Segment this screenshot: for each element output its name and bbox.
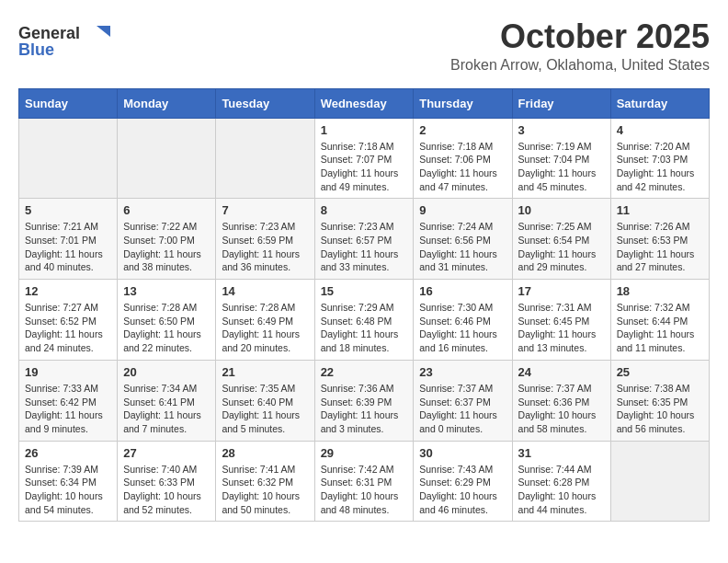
day-info: Sunrise: 7:19 AMSunset: 7:04 PMDaylight:… xyxy=(518,140,605,194)
day-info: Sunrise: 7:40 AMSunset: 6:33 PMDaylight:… xyxy=(123,463,210,517)
logo-general: General Blue xyxy=(18,18,119,63)
svg-text:General: General xyxy=(18,24,80,42)
table-row: 28Sunrise: 7:41 AMSunset: 6:32 PMDayligh… xyxy=(216,441,314,522)
svg-text:Blue: Blue xyxy=(18,40,54,59)
day-info: Sunrise: 7:32 AMSunset: 6:44 PMDaylight:… xyxy=(617,301,703,355)
calendar-week-2: 5Sunrise: 7:21 AMSunset: 7:01 PMDaylight… xyxy=(19,199,710,280)
day-info: Sunrise: 7:42 AMSunset: 6:31 PMDaylight:… xyxy=(321,463,408,517)
day-number: 13 xyxy=(123,284,210,298)
day-info: Sunrise: 7:24 AMSunset: 6:56 PMDaylight:… xyxy=(419,220,506,274)
day-info: Sunrise: 7:23 AMSunset: 6:59 PMDaylight:… xyxy=(222,220,308,274)
day-info: Sunrise: 7:37 AMSunset: 6:37 PMDaylight:… xyxy=(419,382,506,436)
table-row: 20Sunrise: 7:34 AMSunset: 6:41 PMDayligh… xyxy=(118,360,216,441)
day-number: 4 xyxy=(617,123,703,137)
calendar-header-row: Sunday Monday Tuesday Wednesday Thursday… xyxy=(19,88,710,118)
day-number: 28 xyxy=(222,446,308,460)
table-row: 12Sunrise: 7:27 AMSunset: 6:52 PMDayligh… xyxy=(19,280,118,361)
table-row: 7Sunrise: 7:23 AMSunset: 6:59 PMDaylight… xyxy=(216,199,314,280)
day-info: Sunrise: 7:38 AMSunset: 6:35 PMDaylight:… xyxy=(617,382,703,436)
table-row: 27Sunrise: 7:40 AMSunset: 6:33 PMDayligh… xyxy=(118,441,216,522)
day-info: Sunrise: 7:33 AMSunset: 6:42 PMDaylight:… xyxy=(25,382,111,436)
day-number: 27 xyxy=(123,446,210,460)
col-sunday: Sunday xyxy=(19,88,118,118)
table-row: 3Sunrise: 7:19 AMSunset: 7:04 PMDaylight… xyxy=(512,118,610,199)
table-row: 5Sunrise: 7:21 AMSunset: 7:01 PMDaylight… xyxy=(19,199,118,280)
day-info: Sunrise: 7:34 AMSunset: 6:41 PMDaylight:… xyxy=(123,382,210,436)
calendar-week-4: 19Sunrise: 7:33 AMSunset: 6:42 PMDayligh… xyxy=(19,360,710,441)
day-number: 7 xyxy=(222,203,308,217)
day-number: 10 xyxy=(518,203,605,217)
day-info: Sunrise: 7:35 AMSunset: 6:40 PMDaylight:… xyxy=(222,382,308,436)
table-row: 21Sunrise: 7:35 AMSunset: 6:40 PMDayligh… xyxy=(216,360,314,441)
day-info: Sunrise: 7:23 AMSunset: 6:57 PMDaylight:… xyxy=(321,220,408,274)
col-wednesday: Wednesday xyxy=(314,88,414,118)
day-number: 11 xyxy=(617,203,703,217)
day-info: Sunrise: 7:25 AMSunset: 6:54 PMDaylight:… xyxy=(518,220,605,274)
location: Broken Arrow, Oklahoma, United States xyxy=(450,57,710,74)
table-row: 6Sunrise: 7:22 AMSunset: 7:00 PMDaylight… xyxy=(118,199,216,280)
calendar-week-5: 26Sunrise: 7:39 AMSunset: 6:34 PMDayligh… xyxy=(19,441,710,522)
table-row: 18Sunrise: 7:32 AMSunset: 6:44 PMDayligh… xyxy=(610,280,709,361)
table-row: 14Sunrise: 7:28 AMSunset: 6:49 PMDayligh… xyxy=(216,280,314,361)
table-row: 29Sunrise: 7:42 AMSunset: 6:31 PMDayligh… xyxy=(314,441,414,522)
table-row: 23Sunrise: 7:37 AMSunset: 6:37 PMDayligh… xyxy=(414,360,512,441)
table-row: 30Sunrise: 7:43 AMSunset: 6:29 PMDayligh… xyxy=(414,441,512,522)
table-row: 31Sunrise: 7:44 AMSunset: 6:28 PMDayligh… xyxy=(512,441,610,522)
col-saturday: Saturday xyxy=(610,88,709,118)
day-number: 1 xyxy=(321,123,408,137)
calendar-week-1: 1Sunrise: 7:18 AMSunset: 7:07 PMDaylight… xyxy=(19,118,710,199)
table-row: 2Sunrise: 7:18 AMSunset: 7:06 PMDaylight… xyxy=(414,118,512,199)
table-row: 11Sunrise: 7:26 AMSunset: 6:53 PMDayligh… xyxy=(610,199,709,280)
day-info: Sunrise: 7:31 AMSunset: 6:45 PMDaylight:… xyxy=(518,301,605,355)
day-info: Sunrise: 7:30 AMSunset: 6:46 PMDaylight:… xyxy=(419,301,506,355)
page-header: General Blue October 2025 Broken Arrow, … xyxy=(18,18,710,74)
table-row xyxy=(118,118,216,199)
day-info: Sunrise: 7:39 AMSunset: 6:34 PMDaylight:… xyxy=(25,463,111,517)
calendar-table: Sunday Monday Tuesday Wednesday Thursday… xyxy=(18,88,710,523)
day-number: 30 xyxy=(419,446,506,460)
day-number: 21 xyxy=(222,365,308,379)
table-row: 8Sunrise: 7:23 AMSunset: 6:57 PMDaylight… xyxy=(314,199,414,280)
day-info: Sunrise: 7:27 AMSunset: 6:52 PMDaylight:… xyxy=(25,301,111,355)
day-number: 22 xyxy=(321,365,408,379)
col-thursday: Thursday xyxy=(414,88,512,118)
day-number: 26 xyxy=(25,446,111,460)
table-row xyxy=(19,118,118,199)
table-row: 13Sunrise: 7:28 AMSunset: 6:50 PMDayligh… xyxy=(118,280,216,361)
day-number: 19 xyxy=(25,365,111,379)
table-row: 17Sunrise: 7:31 AMSunset: 6:45 PMDayligh… xyxy=(512,280,610,361)
day-info: Sunrise: 7:18 AMSunset: 7:07 PMDaylight:… xyxy=(321,140,408,194)
svg-marker-1 xyxy=(97,26,110,37)
day-number: 2 xyxy=(419,123,506,137)
day-info: Sunrise: 7:37 AMSunset: 6:36 PMDaylight:… xyxy=(518,382,605,436)
day-info: Sunrise: 7:29 AMSunset: 6:48 PMDaylight:… xyxy=(321,301,408,355)
day-info: Sunrise: 7:44 AMSunset: 6:28 PMDaylight:… xyxy=(518,463,605,517)
day-info: Sunrise: 7:22 AMSunset: 7:00 PMDaylight:… xyxy=(123,220,210,274)
table-row: 26Sunrise: 7:39 AMSunset: 6:34 PMDayligh… xyxy=(19,441,118,522)
day-number: 8 xyxy=(321,203,408,217)
day-number: 14 xyxy=(222,284,308,298)
day-number: 12 xyxy=(25,284,111,298)
day-number: 16 xyxy=(419,284,506,298)
table-row: 16Sunrise: 7:30 AMSunset: 6:46 PMDayligh… xyxy=(414,280,512,361)
table-row: 1Sunrise: 7:18 AMSunset: 7:07 PMDaylight… xyxy=(314,118,414,199)
day-number: 3 xyxy=(518,123,605,137)
day-number: 5 xyxy=(25,203,111,217)
calendar-week-3: 12Sunrise: 7:27 AMSunset: 6:52 PMDayligh… xyxy=(19,280,710,361)
day-number: 29 xyxy=(321,446,408,460)
table-row xyxy=(610,441,709,522)
day-info: Sunrise: 7:43 AMSunset: 6:29 PMDaylight:… xyxy=(419,463,506,517)
day-info: Sunrise: 7:21 AMSunset: 7:01 PMDaylight:… xyxy=(25,220,111,274)
day-info: Sunrise: 7:36 AMSunset: 6:39 PMDaylight:… xyxy=(321,382,408,436)
day-info: Sunrise: 7:28 AMSunset: 6:49 PMDaylight:… xyxy=(222,301,308,355)
day-info: Sunrise: 7:41 AMSunset: 6:32 PMDaylight:… xyxy=(222,463,308,517)
day-number: 17 xyxy=(518,284,605,298)
month-title: October 2025 xyxy=(450,18,710,55)
table-row: 15Sunrise: 7:29 AMSunset: 6:48 PMDayligh… xyxy=(314,280,414,361)
day-number: 23 xyxy=(419,365,506,379)
day-info: Sunrise: 7:18 AMSunset: 7:06 PMDaylight:… xyxy=(419,140,506,194)
day-number: 31 xyxy=(518,446,605,460)
table-row: 4Sunrise: 7:20 AMSunset: 7:03 PMDaylight… xyxy=(610,118,709,199)
table-row: 24Sunrise: 7:37 AMSunset: 6:36 PMDayligh… xyxy=(512,360,610,441)
col-friday: Friday xyxy=(512,88,610,118)
